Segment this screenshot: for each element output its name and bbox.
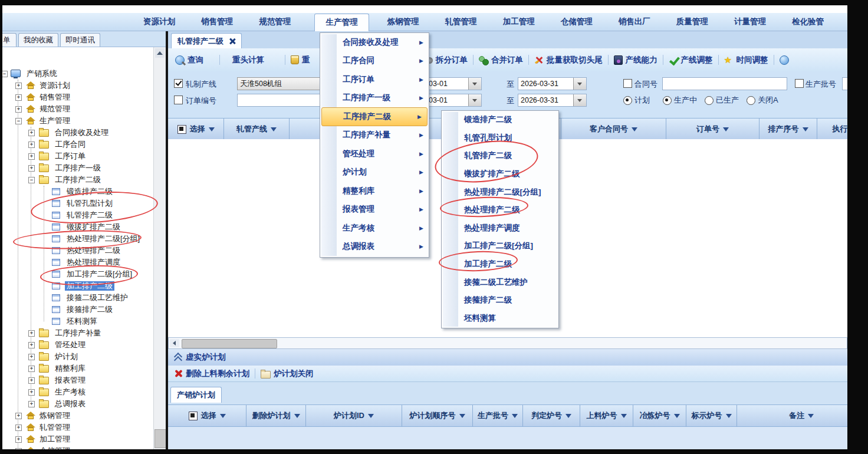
- tree-item[interactable]: +规范管理: [2, 103, 152, 115]
- menubar-item-11[interactable]: 计量管理: [732, 14, 768, 29]
- collapse-icon[interactable]: [174, 353, 181, 361]
- status-radio-1[interactable]: 计划: [623, 95, 650, 106]
- tree-item[interactable]: 镦拔扩排产二级: [2, 221, 152, 233]
- tree-item[interactable]: 轧管排产二级: [2, 209, 152, 221]
- menu-item-8[interactable]: 炉计划▶: [320, 163, 429, 182]
- tree-item[interactable]: 坯料测算: [2, 315, 152, 327]
- radio-icon[interactable]: [747, 96, 755, 105]
- column-header-排产序号[interactable]: 排产序号: [760, 119, 817, 140]
- column-header-上料炉号[interactable]: 上料炉号: [580, 405, 633, 426]
- submenu-item-9[interactable]: 加工排产二级: [442, 255, 558, 274]
- hscrollbar-thumb[interactable]: [182, 339, 277, 348]
- sidebar-tab-3[interactable]: 即时通讯: [60, 33, 100, 47]
- horizontal-scrollbar[interactable]: [168, 337, 847, 349]
- tree-toggle-plus-icon[interactable]: +: [28, 153, 35, 160]
- radio-icon[interactable]: [663, 96, 672, 105]
- tree-item[interactable]: 热处理排产二级: [2, 245, 152, 256]
- menu-item-1[interactable]: 合同接收及处理▶: [320, 33, 429, 52]
- column-header-冶炼炉号[interactable]: 冶炼炉号: [633, 405, 686, 426]
- toolbar-button-炉计划关闭[interactable]: 炉计划关闭: [261, 369, 314, 379]
- toolbar-button-删除上料剩余计划[interactable]: 删除上料剩余计划: [174, 369, 249, 379]
- tree-toggle-plus-icon[interactable]: +: [28, 330, 35, 337]
- menubar-item-7[interactable]: 加工管理: [501, 14, 537, 29]
- date-to-1-dropdown-icon[interactable]: [573, 78, 586, 90]
- tree-item[interactable]: +资源计划: [2, 80, 152, 91]
- column-header-删除炉计划[interactable]: 删除炉计划: [246, 405, 306, 426]
- radio-icon[interactable]: [705, 96, 714, 105]
- menubar-item-12[interactable]: 检化验管: [790, 14, 826, 29]
- tree-item[interactable]: +工序排产补量: [2, 327, 152, 339]
- submenu-item-6[interactable]: 热处理排产二级: [442, 201, 558, 219]
- tree-item[interactable]: 加工排产二级[分组]: [2, 268, 152, 280]
- toolbar-button-合并订单[interactable]: 合并订单: [479, 55, 523, 65]
- tree-item[interactable]: 热处理排产调度: [2, 256, 152, 268]
- submenu-item-11[interactable]: 接箍排产二级: [442, 291, 558, 310]
- filter-funnel-icon[interactable]: [209, 127, 215, 131]
- menubar-item-2[interactable]: 销售管理: [199, 14, 235, 29]
- tree-item[interactable]: +加工管理: [2, 433, 152, 445]
- column-header-备注[interactable]: 备注: [737, 405, 847, 426]
- tab-close-icon[interactable]: [229, 38, 235, 44]
- tree-item[interactable]: 接箍二级工艺维护: [2, 292, 152, 304]
- filter-funnel-icon[interactable]: [271, 127, 277, 131]
- menu-item-4[interactable]: 工序排产一级▶: [320, 89, 429, 108]
- batch-checkbox[interactable]: [795, 79, 804, 88]
- contract-input[interactable]: [662, 77, 787, 90]
- filter-funnel-icon[interactable]: [512, 414, 518, 418]
- contract-checkbox[interactable]: [623, 79, 632, 88]
- submenu-item-1[interactable]: 锻造排产二级: [442, 111, 558, 129]
- filter-funnel-icon[interactable]: [621, 414, 627, 418]
- tree-item[interactable]: +工序订单: [2, 150, 152, 162]
- menubar-item-5[interactable]: 炼钢管理: [384, 14, 421, 29]
- tree-item[interactable]: +生产考核: [2, 386, 152, 398]
- column-header-生产批号[interactable]: 生产批号: [473, 405, 523, 426]
- submenu-item-12[interactable]: 坯料测算: [442, 310, 558, 328]
- tree-item[interactable]: +销售管理: [2, 91, 152, 103]
- tree-toggle-plus-icon[interactable]: +: [15, 94, 22, 101]
- filter-funnel-icon[interactable]: [808, 414, 814, 418]
- tree-item[interactable]: +合同接收及处理: [2, 127, 152, 139]
- line-combo[interactable]: 天淮508机组: [237, 77, 321, 90]
- batch-input[interactable]: [842, 77, 847, 90]
- tree-item[interactable]: −产销系统: [2, 68, 152, 80]
- sidebar-scrollbar[interactable]: [153, 47, 166, 449]
- filter-funnel-icon[interactable]: [723, 127, 729, 131]
- tree-item[interactable]: +报表管理: [2, 374, 152, 386]
- tree-item[interactable]: −生产管理: [2, 115, 152, 127]
- tree-toggle-plus-icon[interactable]: +: [15, 425, 22, 431]
- column-header-轧管产线[interactable]: 轧管产线: [224, 119, 290, 140]
- toolbar-button-icon[interactable]: [780, 55, 792, 65]
- filter-funnel-icon[interactable]: [565, 414, 571, 418]
- tree-item[interactable]: +工序排产一级: [2, 162, 152, 174]
- order-input[interactable]: [237, 94, 321, 107]
- tree-item[interactable]: 接箍排产二级: [2, 304, 152, 315]
- filter-funnel-icon[interactable]: [220, 414, 226, 418]
- tab-furnace-plan[interactable]: 产销炉计划: [170, 387, 222, 403]
- tree-item[interactable]: +炉计划: [2, 351, 152, 363]
- tree-toggle-plus-icon[interactable]: +: [28, 130, 35, 136]
- menu-item-7[interactable]: 管坯处理▶: [320, 144, 429, 163]
- tree-toggle-plus-icon[interactable]: +: [15, 106, 22, 113]
- tree-item[interactable]: +仓储管理: [2, 445, 152, 449]
- column-header-炉计划顺序号[interactable]: 炉计划顺序号: [402, 405, 473, 426]
- column-header-客户合同号[interactable]: 客户合同号: [561, 119, 666, 140]
- column-header-判定炉号[interactable]: 判定炉号: [523, 405, 580, 426]
- tree-toggle-plus-icon[interactable]: +: [28, 165, 35, 172]
- submenu-item-7[interactable]: 热处理排产调度: [442, 219, 558, 238]
- toolbar-button-查询[interactable]: 查询: [175, 55, 203, 65]
- tree-item[interactable]: +管坯处理: [2, 339, 152, 351]
- toolbar-button-重头计算[interactable]: 重头计算: [232, 55, 264, 65]
- toolbar-button-产线能力[interactable]: 产线能力: [614, 55, 657, 65]
- filter-funnel-icon[interactable]: [674, 414, 680, 418]
- scroll-up-button[interactable]: [155, 48, 165, 58]
- tree-item[interactable]: −工序排产二级: [2, 174, 152, 186]
- tree-item[interactable]: +炼钢管理: [2, 410, 152, 422]
- submenu-item-10[interactable]: 接箍二级工艺维护: [442, 273, 558, 291]
- scrollbar-thumb[interactable]: [154, 429, 166, 448]
- menubar-item-4[interactable]: 生产管理: [314, 14, 369, 31]
- date-from-2-dropdown-icon[interactable]: [468, 94, 481, 106]
- menubar-item-1[interactable]: 资源计划: [141, 14, 177, 29]
- tree-toggle-minus-icon[interactable]: −: [2, 71, 8, 77]
- menu-item-5[interactable]: 工序排产二级▶: [321, 107, 428, 126]
- submenu-item-8[interactable]: 加工排产二级[分组]: [442, 237, 558, 255]
